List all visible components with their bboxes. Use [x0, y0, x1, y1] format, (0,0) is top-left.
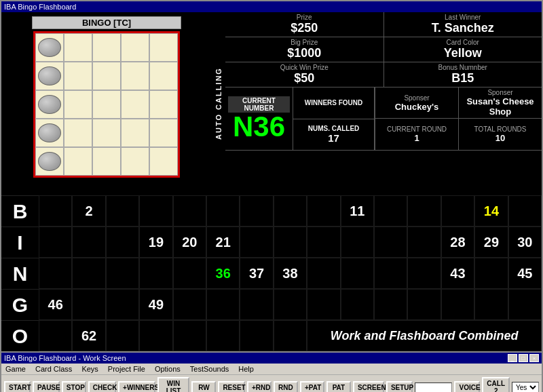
num-i8 — [274, 227, 307, 258]
num-b6 — [206, 195, 240, 227]
menu-game[interactable]: Game — [4, 364, 27, 374]
bingo-cell — [35, 62, 64, 90]
num-g11 — [374, 289, 407, 320]
chip — [38, 66, 61, 85]
maximize-button[interactable]: □ — [519, 354, 528, 362]
num-n6: 36 — [206, 258, 240, 289]
bingo-cell — [149, 62, 178, 90]
num-o7 — [240, 320, 273, 351]
rnd-button[interactable]: RND — [274, 381, 298, 393]
call2-button[interactable]: CALL 2 — [482, 377, 510, 392]
quick-win-cell: Quick Win Prize $50 — [225, 62, 384, 87]
num-g2 — [72, 289, 105, 320]
sponsors-rounds-section: Sponser Chuckey's Sponser Susan's Cheese… — [375, 87, 542, 150]
bingo-cell — [92, 33, 121, 62]
rnd-plus-button[interactable]: +RND — [247, 381, 272, 393]
bingo-cell — [64, 119, 92, 147]
minimize-button[interactable]: _ — [508, 354, 517, 362]
total-rounds-label: TOTAL ROUNDS — [474, 125, 526, 133]
nums-called-label: NUMS. CALLED — [308, 125, 360, 132]
num-o8 — [274, 320, 307, 351]
prize-cell: Prize $250 — [225, 12, 384, 37]
num-n12 — [407, 258, 441, 289]
flashboard-title: IBA Bingo Flashboard — [4, 3, 76, 11]
bingo-cell — [149, 147, 178, 176]
screen-button[interactable]: SCREEN — [353, 381, 384, 393]
prize-label: Prize — [297, 14, 312, 21]
num-i7 — [240, 227, 273, 258]
menu-test-sounds[interactable]: TestSounds — [189, 364, 230, 374]
menu-help[interactable]: Help — [237, 364, 255, 374]
num-b7 — [240, 195, 273, 227]
chip — [38, 38, 61, 57]
current-number-section: CURRENT NUMBER N36 WINNERS FOUND NUMS. C… — [225, 87, 542, 151]
num-b12 — [407, 195, 441, 227]
board-text: Work and Flashboard Combined — [307, 320, 542, 351]
flashboard-titlebar: IBA Bingo Flashboard — [1, 1, 542, 12]
numbers-board: B I N G O 2 11 14 — [1, 195, 542, 351]
quick-win-row: Quick Win Prize $50 Bonus Numnber B15 — [225, 62, 542, 87]
win-list-button[interactable]: WIN LIST — [157, 377, 190, 392]
winners-found-label: WINNERS FOUND — [305, 99, 363, 106]
check-button[interactable]: CHECK — [88, 381, 116, 393]
bingo-cell — [121, 119, 149, 147]
num-i5: 20 — [173, 227, 206, 258]
voice-button[interactable]: VOICE — [454, 381, 480, 393]
text-input[interactable] — [415, 383, 452, 393]
num-g6 — [206, 289, 240, 320]
num-n2 — [72, 258, 105, 289]
reset-button[interactable]: RESET — [218, 381, 245, 393]
num-o3 — [106, 320, 139, 351]
close-button[interactable]: × — [529, 354, 539, 362]
bingo-cell — [121, 90, 149, 119]
bingo-cell — [64, 33, 92, 62]
quick-win-label: Quick Win Prize — [280, 64, 329, 71]
num-g15 — [508, 289, 542, 320]
big-prize-value: $1000 — [287, 46, 321, 60]
sponsor2-cell: Sponser Susan's Cheese Shop — [458, 87, 542, 119]
num-i11 — [374, 227, 407, 258]
num-g5 — [173, 289, 206, 320]
sponsor1-cell: Sponser Chuckey's — [375, 87, 458, 119]
num-i3 — [106, 227, 139, 258]
bingo-cell — [35, 119, 64, 147]
menu-project-file[interactable]: Project File — [107, 364, 147, 374]
current-number-box: CURRENT NUMBER N36 — [225, 87, 293, 150]
num-n4 — [139, 258, 172, 289]
chip — [38, 152, 61, 171]
num-n14 — [474, 258, 508, 289]
start-button[interactable]: START — [4, 381, 31, 393]
voice-select[interactable]: Yes No — [512, 382, 539, 393]
menu-card-class[interactable]: Card Class — [34, 364, 73, 374]
menu-options[interactable]: Options — [153, 364, 182, 374]
prize-row: Prize $250 Last Winner T. Sanchez — [225, 12, 542, 37]
pause-button[interactable]: PAUSE — [33, 381, 60, 393]
bingo-cell — [92, 119, 121, 147]
menu-keys[interactable]: Keys — [80, 364, 99, 374]
num-i9 — [307, 227, 340, 258]
num-n10 — [341, 258, 374, 289]
bingo-cell — [35, 90, 64, 119]
menubar: Game Card Class Keys Project File Option… — [1, 364, 542, 375]
bingo-grid — [33, 31, 180, 178]
stop-button[interactable]: STOP — [62, 381, 86, 393]
setup-button[interactable]: SETUP — [386, 381, 413, 393]
work-screen-title: IBA Bingo Flashboard - Work Screen — [4, 354, 126, 362]
num-n3 — [106, 258, 139, 289]
bingo-cell — [35, 33, 64, 62]
rw-button[interactable]: RW — [191, 381, 216, 393]
bingo-cell — [64, 147, 92, 176]
num-b14: 14 — [474, 195, 508, 227]
card-color-label: Card Color — [447, 39, 479, 46]
pat-button[interactable]: PAT — [326, 381, 351, 393]
num-n11 — [374, 258, 407, 289]
sponsor1-value: Chuckey's — [395, 102, 439, 112]
bingo-cell — [121, 33, 149, 62]
sponsor1-label: Sponser — [404, 94, 429, 102]
num-n7: 37 — [240, 258, 273, 289]
pat-plus-button[interactable]: +PAT — [300, 381, 324, 393]
num-i10 — [341, 227, 374, 258]
winners-plus-button[interactable]: +WINNERS — [118, 381, 155, 393]
num-g13 — [441, 289, 474, 320]
row-label-i: I — [1, 227, 39, 258]
